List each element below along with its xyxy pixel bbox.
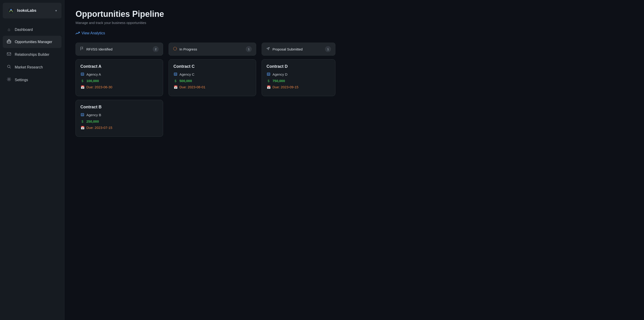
sidebar-item-market-label: Market Research	[15, 65, 43, 69]
flag-icon	[80, 47, 84, 52]
agency-value-d: Agency D	[272, 72, 288, 76]
column-header-left-ps: Proposal Submitted	[266, 47, 303, 52]
money-value-b: 250,000	[86, 119, 99, 123]
svg-rect-17	[82, 114, 82, 115]
svg-rect-13	[82, 75, 82, 75]
svg-rect-33	[268, 74, 269, 74]
svg-rect-28	[174, 75, 175, 75]
card-value-a: $ 100,000	[80, 79, 158, 83]
svg-rect-20	[82, 115, 82, 116]
view-analytics-label: View Analytics	[82, 31, 105, 35]
sidebar-item-relationships-builder[interactable]: Relationships Builder	[3, 49, 62, 61]
due-value-d: Due: 2023-09-15	[272, 85, 298, 89]
sidebar: IsokoLabs ▾ ⌂ Dashboard Opportunities Ma…	[0, 0, 64, 320]
building-icon-b	[80, 113, 84, 117]
view-analytics-button[interactable]: View Analytics	[76, 31, 105, 35]
search-icon	[6, 64, 12, 70]
card-agency-d: Agency D	[266, 72, 330, 77]
agency-value-c: Agency C	[180, 72, 194, 76]
sidebar-item-dashboard[interactable]: ⌂ Dashboard	[3, 24, 62, 35]
calendar-icon-b: 📅	[80, 126, 84, 130]
svg-rect-35	[268, 75, 268, 75]
card-due-b: 📅 Due: 2023-07-15	[80, 126, 158, 130]
svg-point-7	[8, 79, 10, 80]
card-contract-d[interactable]: Contract D Agency D	[262, 59, 335, 96]
kanban-board: RFI/SS Identified 2 Contract A	[76, 43, 633, 137]
analytics-icon	[76, 31, 80, 35]
svg-rect-31	[267, 73, 270, 75]
sidebar-item-market-research[interactable]: Market Research	[3, 61, 62, 73]
card-due-d: 📅 Due: 2023-09-15	[266, 85, 330, 89]
sidebar-item-dashboard-label: Dashboard	[15, 28, 33, 32]
column-title-ps: Proposal Submitted	[272, 47, 303, 51]
card-value-d: $ 750,000	[266, 79, 330, 83]
gear-icon	[6, 77, 12, 83]
card-due-a: 📅 Due: 2023-06-30	[80, 85, 158, 89]
card-contract-a[interactable]: Contract A Ag	[76, 59, 163, 96]
spinner-icon	[173, 47, 177, 52]
sidebar-nav: ⌂ Dashboard Opportunities Manager Relati…	[0, 22, 64, 88]
svg-rect-18	[82, 114, 83, 115]
svg-rect-34	[269, 74, 270, 74]
column-badge-rfi: 2	[153, 46, 159, 52]
card-agency-c: Agency C	[174, 72, 251, 77]
column-in-progress: In Progress 1 Contract C	[168, 43, 256, 96]
column-badge-ip: 1	[246, 46, 252, 52]
column-header-left-rfi: RFI/SS Identified	[80, 47, 112, 52]
money-value-c: 500,000	[180, 79, 192, 83]
page-header: Opportunities Pipeline Manage and track …	[76, 9, 633, 25]
calendar-icon-c: 📅	[174, 85, 178, 89]
card-contract-c[interactable]: Contract C Agency C	[168, 59, 256, 96]
card-title-d: Contract D	[266, 64, 330, 69]
card-due-c: 📅 Due: 2023-08-01	[174, 85, 251, 89]
page-subtitle: Manage and track your business opportuni…	[76, 21, 633, 25]
paper-plane-icon	[266, 47, 270, 52]
svg-point-5	[8, 65, 10, 68]
sidebar-item-settings[interactable]: Settings	[3, 74, 62, 86]
svg-rect-25	[174, 74, 175, 74]
card-title-c: Contract C	[174, 64, 251, 69]
card-title-a: Contract A	[80, 64, 158, 69]
svg-rect-36	[268, 75, 269, 75]
card-title-b: Contract B	[80, 105, 158, 110]
svg-rect-10	[82, 74, 82, 74]
calendar-icon-a: 📅	[80, 85, 84, 89]
chevron-down-icon: ▾	[55, 9, 57, 13]
calendar-icon-d: 📅	[266, 85, 271, 89]
due-value-c: Due: 2023-08-01	[180, 85, 206, 89]
svg-point-1	[10, 9, 12, 10]
building-icon-d	[266, 72, 271, 77]
card-value-c: $ 500,000	[174, 79, 251, 83]
svg-rect-26	[175, 74, 176, 74]
svg-rect-22	[83, 115, 84, 116]
due-value-a: Due: 2023-06-30	[86, 85, 112, 89]
svg-rect-37	[269, 75, 270, 75]
svg-rect-30	[176, 75, 176, 75]
svg-rect-24	[174, 73, 177, 75]
svg-rect-14	[82, 75, 83, 75]
column-header-in-progress: In Progress 1	[168, 43, 256, 56]
column-title-ip: In Progress	[180, 47, 197, 51]
dollar-icon-c: $	[174, 79, 178, 83]
svg-rect-8	[81, 73, 84, 75]
sidebar-item-relationships-label: Relationships Builder	[15, 53, 49, 57]
dollar-icon-b: $	[80, 120, 84, 123]
money-value-d: 750,000	[272, 79, 285, 83]
svg-rect-15	[83, 75, 84, 75]
column-header-left-ip: In Progress	[173, 47, 197, 52]
card-agency-b: Agency B	[80, 113, 158, 117]
building-icon-a	[80, 72, 84, 77]
brand-name: IsokoLabs	[17, 8, 36, 13]
sidebar-item-opportunities-manager[interactable]: Opportunities Manager	[3, 36, 62, 48]
column-badge-ps: 1	[325, 46, 331, 52]
column-title-rfi: RFI/SS Identified	[86, 47, 112, 51]
svg-point-23	[174, 47, 177, 50]
brand-selector[interactable]: IsokoLabs ▾	[3, 3, 62, 19]
column-header-rfi: RFI/SS Identified 2	[76, 43, 163, 56]
card-contract-b[interactable]: Contract B Agency B	[76, 100, 163, 137]
sidebar-item-opportunities-label: Opportunities Manager	[15, 40, 52, 44]
svg-rect-4	[7, 53, 11, 55]
svg-rect-27	[176, 74, 176, 74]
brand-logo	[7, 7, 15, 14]
svg-rect-11	[82, 74, 83, 74]
